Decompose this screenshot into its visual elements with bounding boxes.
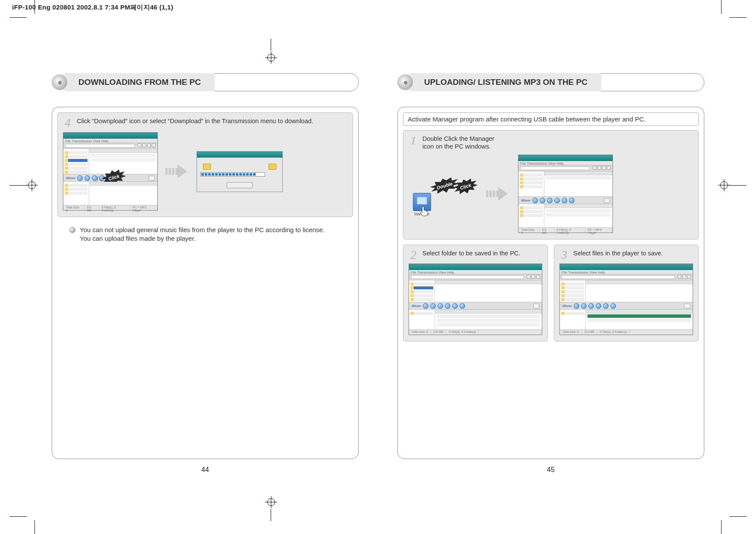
page-number: 44	[52, 466, 359, 474]
dialog-ok-button	[227, 182, 253, 188]
toolbar-icon	[84, 175, 90, 181]
folder-tree	[63, 149, 89, 174]
toolbar-middle: iRiver Click	[63, 174, 157, 182]
player-tree	[63, 182, 89, 205]
crop-mark	[729, 17, 747, 18]
section-title-row: UPLOADING/ LISTENING MP3 ON THE PC	[397, 73, 704, 91]
window-address-bar	[63, 143, 157, 149]
folder-icon	[203, 164, 211, 170]
folder-icon	[269, 164, 276, 170]
step-2-panel: 2 Select folder to be saved in the PC. F…	[403, 245, 548, 342]
hand-cursor-icon	[420, 206, 429, 217]
note-block: You can not upload general music files f…	[69, 226, 341, 243]
bullet-icon	[69, 227, 75, 233]
crop-mark	[34, 520, 35, 534]
registration-mark	[265, 496, 277, 508]
intro-box: Activate Manager program after connectin…	[403, 112, 699, 126]
double-burst: Double	[432, 178, 457, 193]
progress-bar	[200, 172, 265, 177]
crop-mark	[729, 185, 747, 186]
file-list-top	[89, 149, 157, 174]
click-burst: Click	[455, 180, 476, 194]
manager-app-screenshot: File Transmission View Help iRiver Total…	[559, 264, 693, 335]
step-4-panel: 4 Click “Downpload” icon or select “Down…	[57, 112, 353, 217]
file-list-bottom	[89, 182, 157, 205]
bullet-dot-icon	[397, 75, 413, 90]
manager-app-screenshot: File Transmission View Help	[63, 132, 158, 211]
step-text: Select files in the player to save.	[573, 249, 663, 257]
content-panel-right: Activate Manager program after connectin…	[397, 107, 704, 459]
step-1-panel: 1 Double Click the Manager icon on the P…	[403, 130, 699, 239]
crop-mark	[9, 185, 27, 186]
crop-mark	[271, 509, 271, 521]
manager-app-screenshot: File Transmission View Help iRiver	[518, 155, 613, 233]
window-menubar: File Transmission View Help	[63, 139, 157, 143]
note-line: You can not upload general music files f…	[80, 226, 325, 234]
crop-mark	[9, 17, 27, 18]
crop-mark	[34, 0, 35, 14]
crop-mark	[721, 520, 722, 534]
manager-app-screenshot: File Transmission View Help iRiver Total…	[409, 264, 542, 335]
bullet-dot-icon	[52, 75, 67, 90]
section-title-row: DOWNLOADING FROM THE PC	[52, 73, 359, 91]
status-bar: Total Size: 00.0 MB0 File(s), 0 Folder(s…	[63, 205, 157, 210]
page-left: DOWNLOADING FROM THE PC 4 Click “Downplo…	[52, 73, 359, 474]
crop-mark	[721, 0, 722, 14]
page-right: UPLOADING/ LISTENING MP3 ON THE PC Activ…	[397, 73, 704, 474]
step-number: 3	[559, 249, 569, 260]
arrow-right-icon	[166, 164, 189, 179]
progress-dialog	[197, 151, 283, 192]
step-number: 4	[63, 117, 72, 128]
window-titlebar	[63, 133, 157, 139]
crop-mark	[271, 39, 271, 51]
toolbar-icon	[77, 175, 83, 181]
step-text: Select folder to be saved in the PC.	[422, 249, 520, 257]
brand-label: iRiver	[66, 176, 75, 180]
toolbar-button	[149, 176, 155, 180]
crop-mark	[9, 516, 27, 517]
step-3-panel: 3 Select files in the player to save. Fi…	[554, 245, 699, 342]
crop-mark	[729, 516, 747, 517]
step-number: 2	[409, 249, 418, 260]
page-number: 45	[397, 466, 704, 474]
dialog-titlebar	[197, 152, 282, 158]
section-title: UPLOADING/ LISTENING MP3 ON THE PC	[405, 73, 601, 91]
step-text: Click “Downpload” icon or select “Downpl…	[77, 117, 313, 125]
section-title: DOWNLOADING FROM THE PC	[59, 73, 215, 91]
arrow-right-icon	[486, 186, 509, 202]
step-number: 1	[409, 135, 418, 146]
note-line: You can upload files made by the player.	[80, 234, 325, 243]
content-panel-left: 4 Click “Downpload” icon or select “Down…	[52, 107, 359, 459]
step-text: Double Click the Manager icon on the PC …	[422, 135, 500, 150]
print-header: iFP-100 Eng 020801 2002.8.1 7:34 PM페이지46…	[12, 3, 173, 12]
